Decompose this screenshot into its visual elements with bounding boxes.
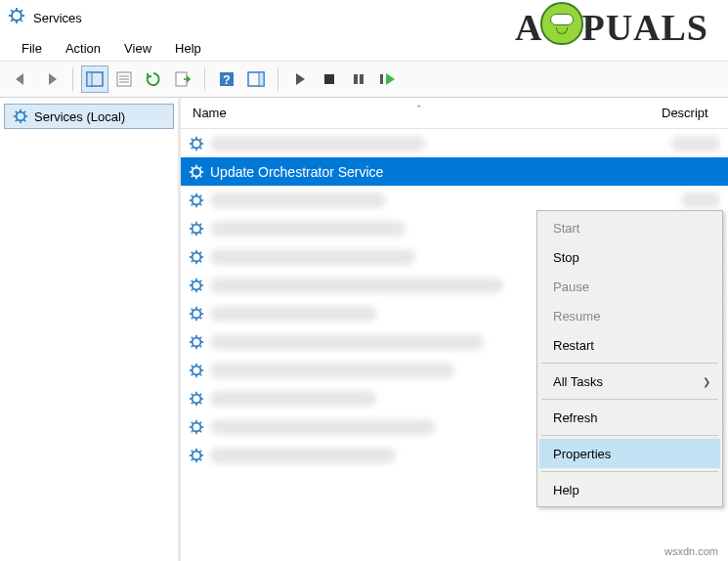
gear-icon <box>189 363 204 378</box>
column-header-description[interactable]: Descript <box>658 106 728 120</box>
blurred-text <box>210 136 425 151</box>
blurred-text <box>210 221 406 237</box>
menu-file[interactable]: File <box>12 38 52 59</box>
context-menu-resume: Resume <box>539 301 720 330</box>
blurred-text <box>210 419 435 435</box>
context-menu-separator <box>541 399 718 400</box>
pause-service-button[interactable] <box>345 65 372 93</box>
gear-icon <box>189 249 204 265</box>
menu-action[interactable]: Action <box>56 38 110 59</box>
gear-icon <box>189 334 204 350</box>
sort-indicator-icon: ⌃ <box>415 104 423 113</box>
list-header: ⌃ Name Descript <box>181 98 728 129</box>
svg-text:?: ? <box>223 73 230 87</box>
nav-back-button[interactable] <box>8 65 35 93</box>
context-menu-refresh[interactable]: Refresh <box>539 403 720 432</box>
blurred-text <box>210 391 376 407</box>
gear-icon <box>189 278 204 293</box>
gear-icon <box>189 221 204 237</box>
svg-rect-28 <box>259 72 264 86</box>
context-menu-pause: Pause <box>539 272 720 301</box>
restart-service-button[interactable] <box>374 65 402 93</box>
context-menu-start: Start <box>539 213 720 242</box>
context-menu: StartStopPauseResumeRestartAll Tasks❯Ref… <box>536 210 723 507</box>
toolbar: ? <box>0 61 728 98</box>
blurred-text <box>210 249 415 265</box>
menu-help[interactable]: Help <box>165 38 211 59</box>
export-list-button[interactable] <box>169 65 196 93</box>
blurred-text <box>210 363 454 378</box>
toolbar-separator <box>204 67 205 91</box>
svg-rect-19 <box>87 72 92 86</box>
services-gear-icon <box>8 7 25 28</box>
window-title: Services <box>33 11 82 25</box>
blurred-text <box>210 278 503 293</box>
gear-icon <box>189 193 204 208</box>
refresh-button[interactable] <box>140 65 167 93</box>
help-button[interactable]: ? <box>213 65 240 93</box>
blurred-text <box>210 306 376 322</box>
blurred-text <box>671 136 720 151</box>
context-menu-help[interactable]: Help <box>539 475 720 504</box>
context-menu-separator <box>541 435 718 436</box>
nav-forward-button[interactable] <box>37 65 64 93</box>
toolbar-separator <box>72 67 73 91</box>
blurred-text <box>210 193 386 208</box>
context-menu-separator <box>541 363 718 364</box>
tree-root-services-local[interactable]: Services (Local) <box>4 104 174 129</box>
menu-view[interactable]: View <box>114 38 161 59</box>
show-hide-action-button[interactable] <box>242 65 270 93</box>
service-row-blurred[interactable] <box>181 129 728 157</box>
service-name: Update Orchestrator Service <box>210 164 728 180</box>
show-hide-tree-button[interactable] <box>81 65 108 93</box>
svg-rect-30 <box>354 74 358 84</box>
gear-icon <box>189 136 204 151</box>
svg-rect-29 <box>324 74 334 84</box>
context-menu-restart[interactable]: Restart <box>539 330 720 360</box>
footer-url: wsxdn.com <box>664 545 718 557</box>
tree-pane: Services (Local) <box>0 98 181 561</box>
gear-icon <box>13 108 28 124</box>
blurred-text <box>681 193 720 208</box>
chevron-right-icon: ❯ <box>703 376 710 387</box>
watermark-logo: A PUALS <box>515 6 708 49</box>
stop-service-button[interactable] <box>316 65 343 93</box>
blurred-text <box>210 448 396 463</box>
properties-button[interactable] <box>110 65 138 93</box>
context-menu-properties[interactable]: Properties <box>539 439 720 468</box>
blurred-text <box>210 334 484 350</box>
context-menu-stop[interactable]: Stop <box>539 242 720 272</box>
gear-icon <box>189 448 204 463</box>
context-menu-all-tasks[interactable]: All Tasks❯ <box>539 367 720 396</box>
column-header-name[interactable]: ⌃ Name <box>181 106 658 120</box>
svg-rect-32 <box>380 74 383 84</box>
mascot-icon <box>540 2 583 45</box>
toolbar-separator <box>278 67 278 91</box>
context-menu-separator <box>541 471 718 472</box>
start-service-button[interactable] <box>286 65 314 93</box>
gear-icon <box>189 306 204 322</box>
gear-icon <box>189 164 204 180</box>
service-row-selected[interactable]: Update Orchestrator Service <box>181 157 728 186</box>
tree-root-label: Services (Local) <box>34 109 125 124</box>
svg-rect-31 <box>360 74 364 84</box>
gear-icon <box>189 419 204 435</box>
gear-icon <box>189 391 204 407</box>
